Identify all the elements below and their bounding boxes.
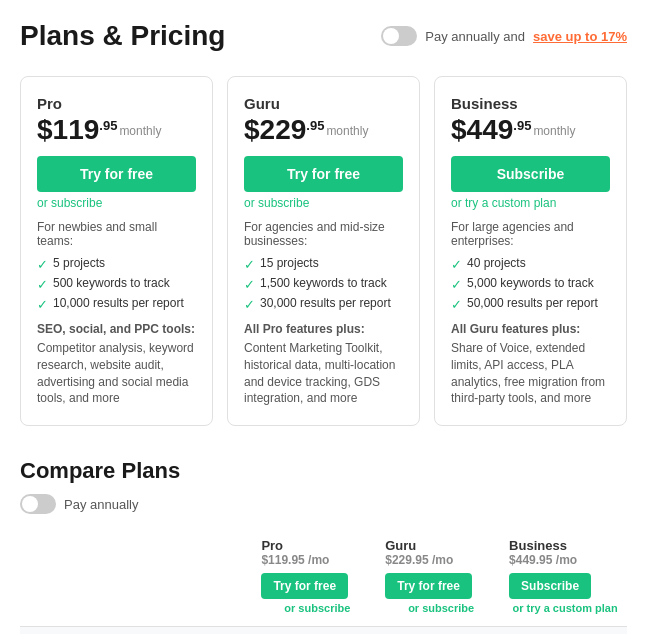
compare-subscribe-btn-business[interactable]: Subscribe	[509, 573, 591, 599]
feature-item: ✓30,000 results per report	[244, 296, 403, 312]
plan-card-guru: Guru $229 .95 monthly Try for free or su…	[227, 76, 420, 426]
check-icon: ✓	[451, 297, 462, 312]
check-icon: ✓	[244, 277, 255, 292]
plan-card-business: Business $449 .95 monthly Subscribe or t…	[434, 76, 627, 426]
key-features-dots-guru	[379, 627, 503, 634]
price-cents-pro: .95	[99, 118, 117, 133]
price-period-guru: monthly	[326, 124, 368, 138]
col-business-header: Business $449.95 /mo Subscribe or try a …	[503, 530, 627, 627]
annual-toggle-area: Pay annually and save up to 17%	[381, 26, 627, 46]
price-period-business: monthly	[533, 124, 575, 138]
price-cents-business: .95	[513, 118, 531, 133]
extra-title-business: All Guru features plus:	[451, 322, 610, 336]
page-title: Plans & Pricing	[20, 20, 225, 52]
feature-item: ✓15 projects	[244, 256, 403, 272]
compare-plan-price-business: $449.95 /mo	[509, 553, 621, 567]
price-main-guru: $229	[244, 116, 306, 144]
page-header: Plans & Pricing Pay annually and save up…	[20, 20, 627, 52]
or-subscribe-business[interactable]: or try a custom plan	[451, 196, 610, 210]
plan-target-pro: For newbies and small teams:	[37, 220, 196, 248]
compare-table: Pro $119.95 /mo Try for free or subscrib…	[20, 530, 627, 634]
price-cents-guru: .95	[306, 118, 324, 133]
check-icon: ✓	[37, 257, 48, 272]
feature-item: ✓40 projects	[451, 256, 610, 272]
plan-name-business: Business	[451, 95, 610, 112]
compare-annual-label: Pay annually	[64, 497, 138, 512]
compare-title: Compare Plans	[20, 458, 627, 484]
compare-try-btn-pro[interactable]: Try for free	[261, 573, 348, 599]
plan-price-business: $449 .95 monthly	[451, 116, 610, 144]
compare-plan-price-pro: $119.95 /mo	[261, 553, 373, 567]
plan-name-guru: Guru	[244, 95, 403, 112]
plan-card-pro: Pro $119 .95 monthly Try for free or sub…	[20, 76, 213, 426]
compare-or-guru[interactable]: or subscribe	[385, 602, 497, 614]
try-free-btn-guru[interactable]: Try for free	[244, 156, 403, 192]
col-guru-header: Guru $229.95 /mo Try for free or subscri…	[379, 530, 503, 627]
feature-item: ✓5 projects	[37, 256, 196, 272]
check-icon: ✓	[37, 277, 48, 292]
or-subscribe-pro[interactable]: or subscribe	[37, 196, 196, 210]
extra-title-guru: All Pro features plus:	[244, 322, 403, 336]
or-subscribe-guru[interactable]: or subscribe	[244, 196, 403, 210]
key-features-dots-business	[503, 627, 627, 634]
key-features-section-row: ▼ Key features	[20, 627, 627, 634]
check-icon: ✓	[37, 297, 48, 312]
price-main-business: $449	[451, 116, 513, 144]
check-icon: ✓	[244, 257, 255, 272]
feature-item: ✓5,000 keywords to track	[451, 276, 610, 292]
pricing-cards: Pro $119 .95 monthly Try for free or sub…	[20, 76, 627, 426]
feature-item: ✓1,500 keywords to track	[244, 276, 403, 292]
try-free-btn-pro[interactable]: Try for free	[37, 156, 196, 192]
annual-label: Pay annually and	[425, 29, 525, 44]
subscribe-btn-business[interactable]: Subscribe	[451, 156, 610, 192]
compare-header-row: Pro $119.95 /mo Try for free or subscrib…	[20, 530, 627, 627]
compare-or-pro[interactable]: or subscribe	[261, 602, 373, 614]
feature-list-guru: ✓15 projects ✓1,500 keywords to track ✓3…	[244, 256, 403, 312]
compare-plan-price-guru: $229.95 /mo	[385, 553, 497, 567]
plan-name-pro: Pro	[37, 95, 196, 112]
price-main-pro: $119	[37, 116, 99, 144]
compare-toggle-wrap: Pay annually	[20, 494, 627, 514]
key-features-cell: ▼ Key features	[20, 627, 255, 634]
compare-plan-name-pro: Pro	[261, 538, 373, 553]
plan-price-pro: $119 .95 monthly	[37, 116, 196, 144]
compare-tbody: ▼ Key features	[20, 627, 627, 634]
feature-item: ✓500 keywords to track	[37, 276, 196, 292]
extra-title-pro: SEO, social, and PPC tools:	[37, 322, 196, 336]
price-period-pro: monthly	[119, 124, 161, 138]
annual-toggle[interactable]	[381, 26, 417, 46]
key-features-dots-pro	[255, 627, 379, 634]
feature-item: ✓50,000 results per report	[451, 296, 610, 312]
check-icon: ✓	[451, 277, 462, 292]
check-icon: ✓	[451, 257, 462, 272]
compare-section: Compare Plans Pay annually Pro $119.95 /…	[20, 458, 627, 634]
plan-target-guru: For agencies and mid-size businesses:	[244, 220, 403, 248]
feature-list-pro: ✓5 projects ✓500 keywords to track ✓10,0…	[37, 256, 196, 312]
extra-text-guru: Content Marketing Toolkit, historical da…	[244, 340, 403, 407]
col-pro-header: Pro $119.95 /mo Try for free or subscrib…	[255, 530, 379, 627]
compare-annual-toggle[interactable]	[20, 494, 56, 514]
compare-plan-name-business: Business	[509, 538, 621, 553]
check-icon: ✓	[244, 297, 255, 312]
compare-try-btn-guru[interactable]: Try for free	[385, 573, 472, 599]
compare-or-business[interactable]: or try a custom plan	[509, 602, 621, 614]
plan-price-guru: $229 .95 monthly	[244, 116, 403, 144]
extra-text-business: Share of Voice, extended limits, API acc…	[451, 340, 610, 407]
col-feature-header	[20, 530, 255, 627]
compare-toggle-knob	[22, 496, 38, 512]
feature-list-business: ✓40 projects ✓5,000 keywords to track ✓5…	[451, 256, 610, 312]
plan-target-business: For large agencies and enterprises:	[451, 220, 610, 248]
extra-text-pro: Competitor analysis, keyword research, w…	[37, 340, 196, 407]
toggle-knob	[383, 28, 399, 44]
feature-item: ✓10,000 results per report	[37, 296, 196, 312]
compare-plan-name-guru: Guru	[385, 538, 497, 553]
save-label: save up to 17%	[533, 29, 627, 44]
